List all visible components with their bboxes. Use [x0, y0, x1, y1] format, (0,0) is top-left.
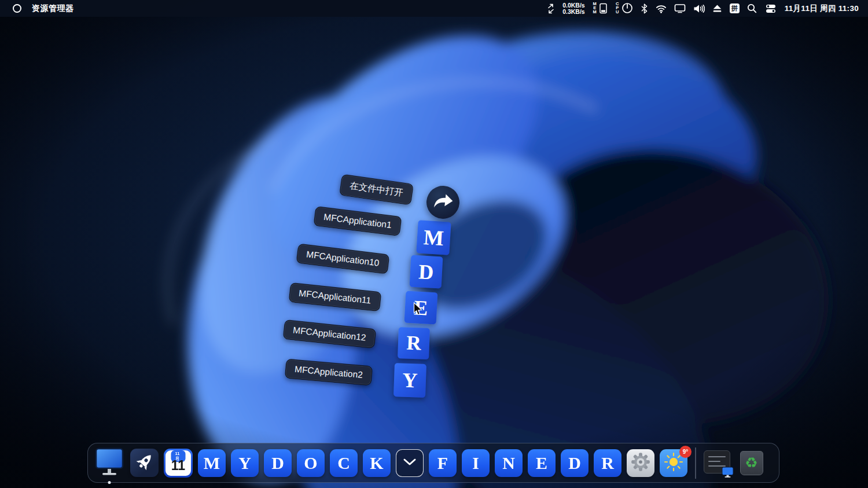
network-arrows-icon[interactable] [547, 3, 555, 14]
forward-arrow-icon [432, 192, 454, 213]
dock-item-letter-d[interactable]: D [264, 449, 292, 477]
volume-icon[interactable] [693, 4, 705, 13]
cpu-gauge-icon [621, 2, 633, 14]
mouse-cursor [413, 302, 423, 318]
trash-bin-icon: ♻ [740, 451, 763, 475]
dock-item-letter-n[interactable]: N [495, 449, 523, 477]
eject-icon[interactable] [712, 4, 722, 13]
download-speed: 0.3KB/s [562, 9, 585, 15]
dock-item-stack-toggle[interactable] [396, 449, 424, 477]
dock-item-calendar[interactable]: 11月 11 [164, 449, 193, 478]
bluetooth-icon[interactable] [641, 3, 648, 14]
dock-item-letter-r[interactable]: R [594, 449, 621, 477]
clock-datetime[interactable]: 11月11日 周四 11:30 [785, 3, 859, 14]
dock-item-trash[interactable]: ♻ [738, 449, 766, 477]
stack-item-mfcapplication10[interactable]: D [410, 255, 443, 289]
dock-item-letter-m[interactable]: M [198, 449, 226, 477]
dock-item-letter-e[interactable]: E [528, 449, 556, 477]
weather-temp-badge: 9° [679, 446, 692, 458]
gear-icon [629, 450, 652, 476]
running-indicator-dot [108, 481, 111, 484]
stack-item-mfcapplication2[interactable]: Y [393, 363, 426, 398]
stack-item-mfcapplication12[interactable]: R [398, 327, 430, 359]
dock-item-letter-f[interactable]: F [429, 449, 457, 477]
system-menu-icon[interactable] [13, 4, 21, 13]
upload-speed: 0.0KB/s [562, 2, 585, 9]
memory-icon [599, 3, 608, 14]
calendar-icon: 11月 11 [164, 449, 193, 478]
search-icon[interactable] [747, 3, 757, 13]
dock-item-minimized-window[interactable] [704, 450, 733, 476]
calendar-day: 11 [164, 458, 193, 474]
dock-item-letter-y[interactable]: Y [231, 449, 259, 477]
monitor-badge-icon [722, 466, 734, 478]
dock-item-settings[interactable] [627, 449, 654, 477]
input-method-icon[interactable]: 拼 [730, 3, 740, 13]
display-icon[interactable] [674, 3, 686, 13]
network-speed-readout[interactable]: 0.0KB/s 0.3KB/s [562, 2, 585, 15]
rocket-icon [133, 450, 156, 476]
cpu-label: CPU [615, 2, 620, 14]
recycle-icon: ♻ [745, 456, 757, 470]
dock: 11月 11 M Y D O C K F [87, 443, 779, 483]
desktop: 资源管理器 0.0KB/s 0.3KB/s MEM [0, 0, 868, 488]
stack-item-mfcapplication1[interactable]: M [416, 220, 451, 255]
cpu-monitor[interactable]: CPU [615, 2, 633, 14]
dock-item-weather[interactable]: 9° [660, 449, 687, 477]
mem-label: MEM [593, 2, 597, 14]
dock-item-letter-i[interactable]: I [462, 449, 490, 477]
dock-item-letter-k[interactable]: K [363, 449, 391, 477]
dock-separator [695, 447, 696, 479]
menu-bar: 资源管理器 0.0KB/s 0.3KB/s MEM [0, 0, 868, 17]
control-center-icon[interactable] [764, 3, 777, 14]
dock-item-letter-c[interactable]: C [330, 449, 358, 477]
chevron-down-icon [403, 458, 417, 468]
active-app-title[interactable]: 资源管理器 [32, 3, 74, 14]
memory-monitor[interactable]: MEM [593, 2, 608, 14]
monitor-icon [94, 447, 125, 479]
dock-item-letter-o[interactable]: O [297, 449, 325, 477]
dock-item-launchpad[interactable] [130, 449, 159, 477]
dock-item-explorer[interactable] [94, 447, 125, 479]
wifi-icon[interactable] [656, 4, 667, 13]
dock-item-letter-d2[interactable]: D [561, 449, 589, 477]
